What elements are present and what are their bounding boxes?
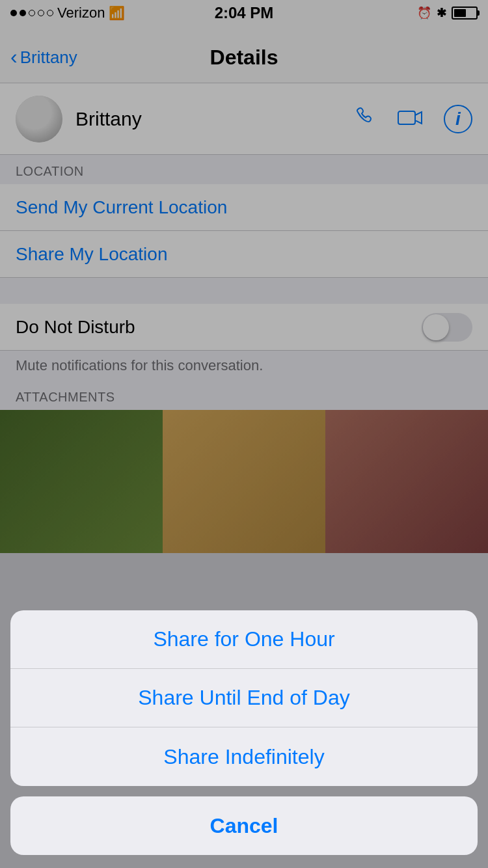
action-sheet: Share for One Hour Share Until End of Da…	[10, 610, 478, 786]
share-indefinitely-button[interactable]: Share Indefinitely	[10, 727, 478, 786]
cancel-button[interactable]: Cancel	[10, 796, 478, 855]
action-sheet-container: Share for One Hour Share Until End of Da…	[0, 610, 488, 868]
cancel-sheet: Cancel	[10, 796, 478, 855]
share-end-of-day-button[interactable]: Share Until End of Day	[10, 669, 478, 727]
share-one-hour-button[interactable]: Share for One Hour	[10, 610, 478, 669]
